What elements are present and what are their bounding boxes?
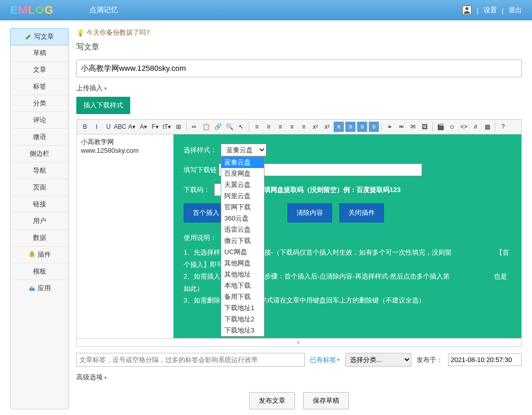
indent[interactable]: ≡ [287, 122, 297, 132]
image-icon[interactable]: 🖼 [420, 122, 430, 132]
sidebar-item-article[interactable]: 文章 [11, 62, 68, 78]
clear-content-button[interactable]: 清除内容 [287, 203, 332, 223]
svg-rect-1 [29, 253, 34, 257]
bulb-icon: 💡 [76, 29, 84, 37]
dropdown-option[interactable]: 迅雷云盘 [221, 224, 264, 235]
dropdown-option[interactable]: 其他地址 [221, 269, 264, 280]
app-icon [28, 285, 36, 292]
align-left[interactable]: ≡ [334, 122, 344, 132]
sidebar: 写文章 草稿 文章 标签 分类 评论 微语 侧边栏 导航 页面 链接 用户 数据… [10, 28, 69, 409]
fontsize[interactable]: tT▾ [162, 122, 172, 132]
forecolor[interactable]: A▾ [127, 122, 137, 132]
sidebar-item-template[interactable]: 模板 [11, 263, 68, 280]
dropdown-option[interactable]: 蓝奏云盘 [221, 157, 264, 168]
link-icon[interactable]: 🔗 [213, 122, 223, 132]
avatar-icon[interactable] [462, 6, 471, 15]
superscript[interactable]: x² [310, 122, 320, 132]
dropdown-option[interactable]: 下载地址3 [221, 325, 264, 336]
code-icon[interactable]: <> [459, 122, 469, 132]
sidebar-item-nav[interactable]: 导航 [11, 162, 68, 179]
existing-tags-link[interactable]: 已有标签+ [310, 355, 340, 365]
italic[interactable]: I [92, 122, 102, 132]
dropdown-option[interactable]: 官网下载 [221, 202, 264, 213]
table-icon[interactable]: ⊞ [173, 122, 184, 132]
grid-icon[interactable]: ▦ [482, 122, 492, 132]
underline[interactable]: U [103, 122, 113, 132]
help-icon[interactable]: ? [498, 122, 508, 132]
logout-link[interactable]: 退出 [509, 6, 522, 15]
video-icon[interactable]: 🎬 [435, 122, 446, 132]
list-ol[interactable]: ≡ [252, 122, 262, 132]
dropdown-option[interactable]: 天翼云盘 [221, 179, 264, 190]
mail-icon[interactable]: ✉ [408, 122, 418, 132]
publish-button[interactable]: 发布文章 [249, 392, 295, 409]
blockquote[interactable]: ≡ [299, 122, 309, 132]
sidebar-item-write[interactable]: 写文章 [10, 28, 69, 45]
dropdown-option[interactable]: 阿里云盘 [221, 190, 264, 202]
link-label: 填写下载链 [184, 165, 217, 175]
backup-tip[interactable]: 💡今天你备份数据了吗? [76, 28, 522, 37]
style-dropdown: 蓝奏云盘百度网盘天翼云盘阿里云盘官网下载360云盘迅雷云盘微云下载UC网盘其他网… [221, 156, 264, 337]
dropdown-option[interactable]: 其他网盘 [221, 258, 264, 269]
pencil-icon[interactable]: ✏ [189, 122, 199, 132]
editor-resize-handle[interactable]: ≡ [76, 339, 522, 347]
dropdown-option[interactable]: 微云下载 [221, 235, 264, 246]
align-center[interactable]: ≡ [345, 122, 356, 132]
align-right[interactable]: ≡ [357, 122, 367, 132]
anchor-icon[interactable]: # [470, 122, 481, 132]
unlink[interactable]: ⚮ [396, 122, 406, 132]
dropdown-option[interactable]: 360云盘 [221, 213, 264, 224]
sidebar-item-draft[interactable]: 草稿 [11, 45, 68, 62]
sidebar-item-category[interactable]: 分类 [11, 95, 68, 112]
list-ul[interactable]: ≡ [263, 122, 274, 132]
dropdown-option[interactable]: 本地下载 [221, 280, 264, 291]
dropdown-option[interactable]: 百度网盘 [221, 168, 264, 179]
backcolor[interactable]: A▾ [138, 122, 149, 132]
link-insert[interactable]: ⚭ [385, 122, 395, 132]
insert-download-style-button[interactable]: 插入下载样式 [76, 97, 130, 114]
sidebar-item-comment[interactable]: 评论 [11, 112, 68, 129]
dropdown-option[interactable]: UC网盘 [221, 246, 264, 258]
outdent[interactable]: ≡ [275, 122, 285, 132]
dropdown-option[interactable]: 下载地址1 [221, 302, 264, 314]
style-select[interactable]: 蓝奏云盘 [221, 144, 267, 156]
divider: | [477, 7, 478, 14]
fontfamily[interactable]: F▾ [150, 122, 160, 132]
align-justify[interactable]: ≡ [369, 122, 379, 132]
topbar-subtitle: 点滴记忆 [90, 6, 118, 15]
advanced-options-toggle[interactable]: 高级选项 [76, 373, 522, 382]
sidebar-item-plugin[interactable]: 插件 [11, 246, 68, 263]
close-plugin-button[interactable]: 关闭插件 [339, 203, 384, 223]
code-hint: 填网盘提取码（没则留空）例：百度提取码123 [264, 185, 401, 195]
editor-content[interactable]: 小高教学网www.12580sky.com [77, 134, 173, 338]
tags-input[interactable] [76, 353, 305, 367]
upload-insert-toggle[interactable]: 上传插入 [76, 84, 522, 93]
editor-toolbar: BIUABCA▾A▾F▾tT▾⊞✏📋🔗🔍↖≡≡≡≡≡x²x²≡≡≡≡⚭⚮✉🖼🎬☺… [77, 120, 521, 134]
bold[interactable]: B [80, 122, 90, 132]
publish-date-input[interactable] [448, 353, 522, 366]
cursor-icon[interactable]: ↖ [236, 122, 246, 132]
dropdown-option[interactable]: 备用下载 [221, 291, 264, 302]
svg-rect-2 [31, 251, 33, 253]
article-title-input[interactable] [76, 60, 522, 77]
sidebar-item-sidebar[interactable]: 侧边栏 [11, 146, 68, 162]
sidebar-item-user[interactable]: 用户 [11, 213, 68, 230]
save-draft-button[interactable]: 保存草稿 [303, 392, 349, 409]
svg-rect-6 [33, 287, 34, 288]
paste-icon[interactable]: 📋 [201, 122, 211, 132]
search-icon[interactable]: 🔍 [224, 122, 234, 132]
category-select[interactable]: 选择分类... [345, 353, 411, 367]
sidebar-item-link[interactable]: 链接 [11, 196, 68, 213]
sidebar-item-app[interactable]: 应用 [11, 280, 68, 296]
strikethrough[interactable]: ABC [115, 122, 125, 132]
emoji-icon[interactable]: ☺ [447, 122, 457, 132]
settings-link[interactable]: 设置 [484, 6, 497, 15]
dropdown-option[interactable]: 下载地址2 [221, 314, 264, 325]
subscript[interactable]: x² [322, 122, 332, 132]
sidebar-item-page[interactable]: 页面 [11, 179, 68, 196]
sidebar-item-tag[interactable]: 标签 [11, 78, 68, 95]
sidebar-item-data[interactable]: 数据 [11, 230, 68, 246]
publish-label: 发布于： [417, 355, 443, 365]
code-label: 下载码： [184, 185, 210, 195]
sidebar-item-micro[interactable]: 微语 [11, 129, 68, 146]
